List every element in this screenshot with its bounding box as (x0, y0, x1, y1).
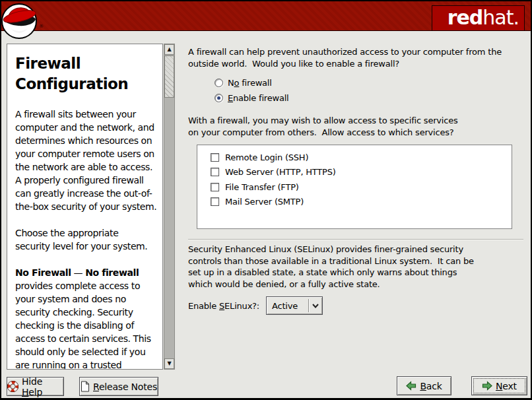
redhat-wordmark-hat: hat (482, 6, 513, 29)
arrow-down-icon: ▼ (167, 361, 171, 366)
radio-no-firewall-label: No firewall (228, 78, 272, 88)
checkbox-label: Web Server (HTTP, HTTPS) (225, 167, 336, 177)
checkbox-file-transfer-ftp[interactable]: File Transfer (FTP) (211, 180, 512, 195)
help-paragraph-1: A firewall sits between your computer an… (15, 108, 160, 213)
redhat-shadowman-icon (1, 2, 41, 40)
next-button[interactable]: Next (471, 376, 527, 395)
help-paragraph-3: No Firewall — No firewall provides compl… (15, 266, 160, 370)
help-panel: Firewall Configuration A firewall sits b… (7, 44, 163, 370)
checkbox-icon[interactable] (211, 153, 219, 162)
checkbox-label: Remote Login (SSH) (225, 152, 308, 162)
arrow-right-icon (482, 381, 492, 391)
chevron-down-icon (309, 304, 322, 308)
arrow-left-icon (406, 381, 416, 391)
firewall-intro-text: A firewall can help prevent unauthorized… (188, 46, 526, 69)
registered-trademark: ® (39, 24, 44, 29)
checkbox-icon[interactable] (211, 197, 219, 206)
selinux-dropdown-value: Active (267, 301, 308, 311)
radio-button-icon[interactable] (215, 79, 223, 87)
services-list: Remote Login (SSH) Web Server (HTTP, HTT… (197, 145, 512, 229)
radio-enable-firewall-label: Enable firewall (228, 93, 288, 103)
checkbox-icon[interactable] (211, 168, 219, 176)
next-label: Next (496, 381, 517, 391)
radio-button-selected-icon[interactable] (215, 94, 223, 102)
help-title: Firewall Configuration (15, 53, 160, 94)
main-content: A firewall can help prevent unauthorized… (188, 46, 526, 315)
back-button[interactable]: Back (397, 376, 451, 395)
lifebuoy-help-icon (7, 381, 18, 392)
release-notes-button[interactable]: Release Notes (79, 377, 158, 396)
checkbox-remote-login-ssh[interactable]: Remote Login (SSH) (211, 150, 512, 165)
checkbox-web-server[interactable]: Web Server (HTTP, HTTPS) (211, 165, 512, 180)
checkbox-label: Mail Server (SMTP) (225, 197, 304, 207)
radio-no-firewall[interactable]: No firewall (215, 75, 526, 90)
radio-enable-firewall[interactable]: Enable firewall (215, 90, 526, 105)
back-label: Back (420, 381, 442, 391)
scroll-down-button[interactable]: ▼ (164, 358, 174, 369)
hide-help-button[interactable]: Hide Help (7, 377, 64, 396)
selinux-description-text: Security Enhanced Linux (SELinux) provid… (188, 244, 526, 290)
selinux-setting-row: Enable SELinux?: Active (188, 296, 526, 315)
redhat-wordmark: redhat. (432, 5, 525, 31)
installer-window: redhat. ® Firewall Configuration A firew… (0, 0, 532, 400)
horizontal-separator (188, 239, 523, 240)
release-notes-label: Release Notes (93, 382, 157, 392)
checkbox-label: File Transfer (FTP) (225, 182, 299, 192)
redhat-wordmark-dot: . (513, 6, 519, 29)
redhat-wordmark-red: red (448, 6, 483, 29)
top-banner: redhat. (1, 1, 531, 31)
services-intro-text: With a firewall, you may wish to allow a… (188, 115, 526, 138)
help-paragraph-2: Choose the appropriate security level fo… (15, 226, 160, 253)
hide-help-label: Hide Help (22, 376, 63, 397)
checkbox-mail-server-smtp[interactable]: Mail Server (SMTP) (211, 195, 512, 210)
checkbox-icon[interactable] (211, 183, 219, 191)
scroll-up-button[interactable]: ▲ (164, 44, 174, 55)
arrow-up-icon: ▲ (167, 47, 171, 52)
help-scrollbar[interactable]: ▲ ▼ (164, 44, 175, 370)
scrollbar-thumb[interactable] (164, 55, 174, 98)
selinux-dropdown-label: Enable SELinux?: (188, 301, 259, 311)
selinux-dropdown[interactable]: Active (266, 296, 323, 315)
document-icon (81, 381, 90, 392)
